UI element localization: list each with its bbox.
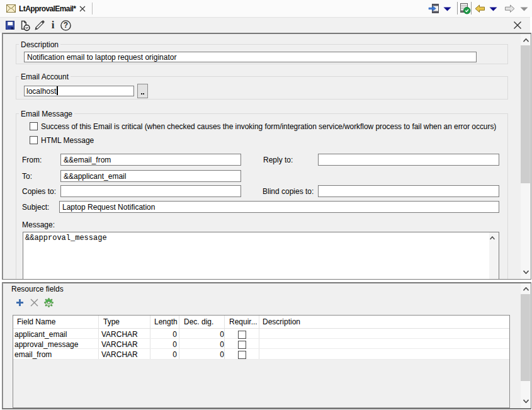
svg-text:?: ?: [64, 21, 68, 30]
